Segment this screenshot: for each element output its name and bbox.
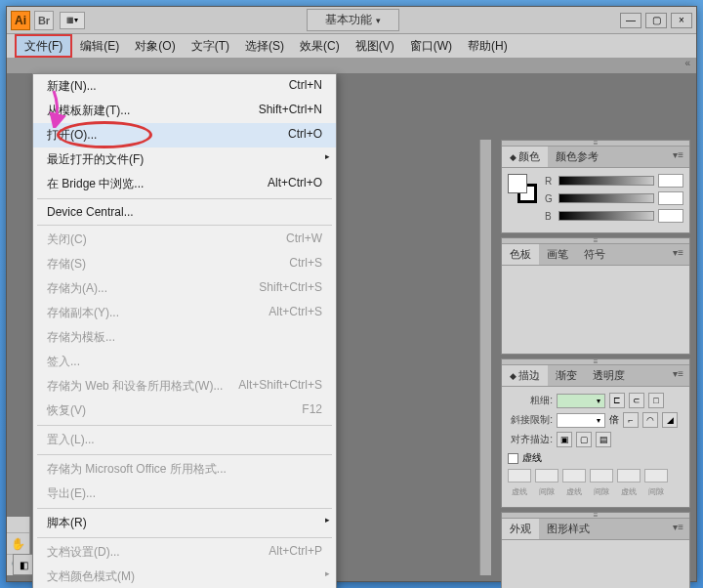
menu-window[interactable]: 窗口(W): [402, 34, 460, 58]
maximize-button[interactable]: ▢: [645, 13, 667, 28]
join-miter-icon[interactable]: ⌐: [623, 412, 639, 428]
menu-item-label: 从模板新建(T)...: [47, 103, 130, 119]
menu-file[interactable]: 文件(F): [15, 34, 72, 58]
gap-input[interactable]: [535, 469, 558, 483]
file-menu-item: 存储(S)Ctrl+S: [33, 252, 336, 276]
slider-r[interactable]: [558, 176, 654, 186]
miter-limit-label: 斜接限制:: [508, 413, 553, 427]
cap-square-icon[interactable]: □: [648, 393, 664, 408]
file-menu-item[interactable]: 打开(O)...Ctrl+O: [33, 123, 336, 147]
align-stroke-label: 对齐描边:: [508, 433, 553, 446]
tab-symbols[interactable]: 符号: [576, 244, 613, 265]
dashed-line-label: 虚线: [522, 451, 542, 465]
menu-item-shortcut: Ctrl+S: [289, 256, 322, 273]
file-menu-item[interactable]: 在 Bridge 中浏览...Alt+Ctrl+O: [33, 172, 336, 196]
menu-item-label: 文档设置(D)...: [47, 544, 120, 561]
tab-transparency[interactable]: 透明度: [585, 365, 633, 386]
tab-brushes[interactable]: 画笔: [539, 244, 576, 265]
fill-swatch[interactable]: [508, 174, 527, 193]
miter-unit: 倍: [609, 413, 619, 427]
align-center-icon[interactable]: ▣: [557, 432, 572, 447]
channel-g-label: G: [545, 193, 555, 204]
file-menu-item: 存储副本(Y)...Alt+Ctrl+S: [33, 301, 336, 325]
tab-color[interactable]: 颜色: [502, 147, 548, 167]
panel-dock-edge[interactable]: [479, 140, 491, 575]
color-mode-toggle[interactable]: ◧: [13, 554, 34, 575]
menu-item-label: 存储为(A)...: [47, 280, 107, 297]
menu-item-label: 导出(E)...: [47, 485, 96, 502]
menu-object[interactable]: 对象(O): [127, 34, 183, 58]
menu-item-label: 关闭(C): [47, 231, 87, 248]
panel-menu-icon[interactable]: ▾≡: [667, 244, 689, 265]
gap-input[interactable]: [590, 469, 613, 483]
menu-edit[interactable]: 编辑(E): [72, 34, 127, 58]
menu-item-label: 恢复(V): [47, 402, 86, 419]
dash-input[interactable]: [617, 469, 641, 483]
layout-selector[interactable]: ▦▾: [60, 12, 85, 29]
menu-separator: [37, 537, 332, 538]
file-menu-item: 签入...: [33, 350, 336, 374]
cap-butt-icon[interactable]: ⊏: [609, 393, 625, 408]
menu-type[interactable]: 文字(T): [184, 34, 237, 58]
close-button[interactable]: ×: [671, 13, 692, 28]
stroke-panel: ≡ 描边 渐变 透明度 ▾≡ 粗细: ⊏ ⊂ □: [501, 358, 690, 508]
tool-hand[interactable]: ✋: [7, 532, 29, 554]
file-menu-item: 存储为 Microsoft Office 所用格式...: [33, 457, 336, 482]
menu-item-label: 存储副本(Y)...: [47, 305, 119, 321]
gap-input[interactable]: [644, 469, 668, 483]
menu-separator: [37, 508, 332, 509]
menu-item-shortcut: Alt+Ctrl+P: [269, 544, 322, 561]
cap-round-icon[interactable]: ⊂: [629, 393, 644, 408]
value-r[interactable]: [658, 174, 683, 188]
panel-menu-icon[interactable]: ▾≡: [667, 147, 689, 167]
menu-item-shortcut: Ctrl+N: [289, 78, 322, 95]
file-menu-item[interactable]: 最近打开的文件(F): [33, 147, 336, 172]
join-bevel-icon[interactable]: ◢: [662, 412, 678, 428]
tab-swatches[interactable]: 色板: [502, 244, 539, 265]
join-round-icon[interactable]: ◠: [642, 412, 658, 428]
file-menu-item: 置入(L)...: [33, 428, 336, 452]
file-menu-item: 文档颜色模式(M): [33, 565, 336, 588]
align-inside-icon[interactable]: ▢: [576, 432, 592, 447]
fill-stroke-swatch[interactable]: [508, 174, 537, 203]
panel-collapse-icon[interactable]: «: [684, 58, 690, 73]
miter-limit-combo[interactable]: [557, 413, 605, 428]
menu-item-shortcut: F12: [302, 402, 322, 419]
panel-menu-icon[interactable]: ▾≡: [667, 519, 689, 539]
menu-item-shortcut: Shift+Ctrl+N: [259, 103, 322, 119]
file-menu-item[interactable]: 脚本(R): [33, 511, 336, 535]
align-outside-icon[interactable]: ▤: [596, 432, 611, 447]
bridge-icon[interactable]: Br: [34, 11, 54, 30]
tab-graphic-styles[interactable]: 图形样式: [539, 519, 598, 539]
value-g[interactable]: [658, 191, 683, 205]
menu-select[interactable]: 选择(S): [237, 34, 292, 58]
tab-stroke[interactable]: 描边: [502, 365, 548, 386]
file-menu-item: 文档设置(D)...Alt+Ctrl+P: [33, 540, 336, 565]
panel-menu-icon[interactable]: ▾≡: [667, 365, 689, 386]
menu-bar: 文件(F) 编辑(E) 对象(O) 文字(T) 选择(S) 效果(C) 视图(V…: [7, 34, 696, 58]
file-menu-item[interactable]: 新建(N)...Ctrl+N: [33, 74, 336, 99]
menu-item-label: 文档颜色模式(M): [47, 568, 135, 585]
tab-color-guide[interactable]: 颜色参考: [548, 147, 606, 167]
dash-input[interactable]: [508, 469, 531, 483]
menu-item-shortcut: Alt+Ctrl+O: [268, 176, 322, 192]
value-b[interactable]: [658, 209, 683, 223]
dashed-line-checkbox[interactable]: [508, 453, 518, 464]
file-menu-item: 存储为 Web 和设备所用格式(W)...Alt+Shift+Ctrl+S: [33, 374, 336, 399]
dash-input[interactable]: [562, 469, 586, 483]
tab-gradient[interactable]: 渐变: [548, 365, 585, 386]
tab-appearance[interactable]: 外观: [502, 519, 539, 539]
stroke-weight-combo[interactable]: [557, 394, 605, 408]
menu-view[interactable]: 视图(V): [348, 34, 402, 58]
slider-b[interactable]: [558, 211, 654, 221]
menu-separator: [37, 425, 332, 426]
menu-help[interactable]: 帮助(H): [460, 34, 516, 58]
minimize-button[interactable]: —: [620, 13, 641, 28]
file-menu-item: 导出(E)...: [33, 482, 336, 506]
file-menu-item[interactable]: Device Central...: [33, 201, 336, 223]
slider-g[interactable]: [558, 193, 654, 203]
file-menu-item[interactable]: 从模板新建(T)...Shift+Ctrl+N: [33, 99, 336, 123]
channel-r-label: R: [545, 176, 555, 187]
menu-effect[interactable]: 效果(C): [292, 34, 348, 58]
workspace-switcher[interactable]: 基本功能: [307, 9, 399, 31]
